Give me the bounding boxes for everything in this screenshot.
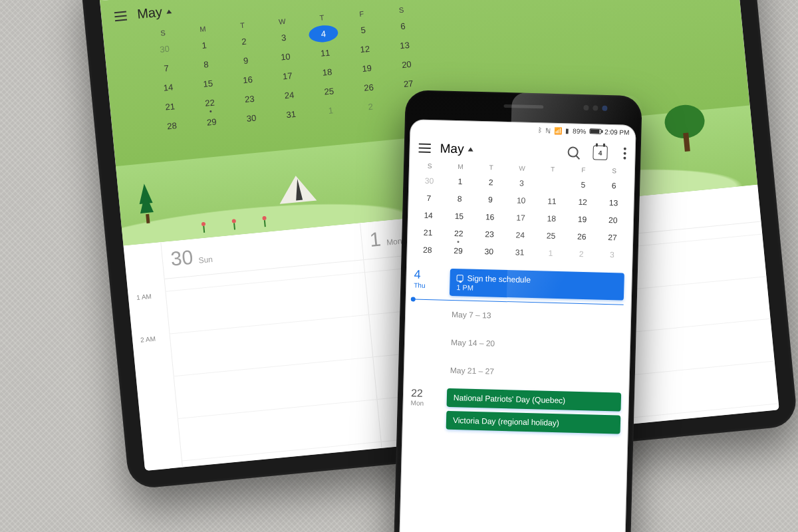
search-icon[interactable] bbox=[567, 146, 578, 157]
month-label: May bbox=[440, 141, 464, 156]
agenda-day-number: 1 bbox=[368, 228, 382, 251]
calendar-day[interactable]: 18 bbox=[536, 209, 567, 227]
agenda-day-label: Mon bbox=[386, 236, 403, 247]
calendar-day[interactable]: 30 bbox=[414, 172, 445, 190]
nfc-icon: ℕ bbox=[545, 126, 551, 134]
calendar-day[interactable]: 28 bbox=[412, 241, 443, 259]
calendar-day[interactable]: 1 bbox=[444, 173, 475, 191]
caret-up-icon bbox=[468, 147, 473, 151]
agenda-date: 22Mon bbox=[411, 387, 441, 407]
calendar-day[interactable]: 13 bbox=[598, 194, 629, 212]
caret-up-icon bbox=[166, 9, 172, 14]
calendar-day[interactable]: 2 bbox=[350, 95, 392, 118]
event-title: Victoria Day (regional holiday) bbox=[453, 416, 559, 428]
wifi-icon: 📶 bbox=[554, 126, 562, 134]
dow-label: S bbox=[598, 164, 630, 178]
battery-icon bbox=[589, 128, 601, 134]
menu-icon[interactable] bbox=[419, 144, 431, 153]
holiday-card[interactable]: Victoria Day (regional holiday) bbox=[446, 411, 621, 434]
phone-screen: ᛒ ℕ 📶 ▮ 89% 2:09 PM May 4 SMTWTFS3012345… bbox=[398, 119, 636, 532]
calendar-day[interactable]: 29 bbox=[191, 110, 233, 134]
time-label: 2 AM bbox=[132, 334, 174, 380]
calendar-day[interactable]: 21 bbox=[412, 223, 444, 241]
agenda-day-number: 30 bbox=[170, 246, 194, 271]
calendar-day[interactable]: 29 bbox=[443, 242, 474, 260]
event-title: Sign the schedule bbox=[467, 274, 531, 285]
calendar-day[interactable]: 4 bbox=[537, 175, 568, 193]
calendar-day[interactable]: 20 bbox=[597, 211, 628, 229]
month-picker[interactable]: May bbox=[136, 3, 172, 22]
calendar-day[interactable]: 15 bbox=[444, 207, 475, 225]
calendar-day[interactable]: 2 bbox=[475, 174, 507, 192]
event-title: National Patriots' Day (Quebec) bbox=[454, 393, 566, 405]
calendar-day[interactable]: 30 bbox=[231, 106, 273, 130]
dow-label: M bbox=[445, 160, 476, 174]
calendar-day[interactable]: 22 bbox=[443, 225, 474, 243]
calendar-day[interactable]: 16 bbox=[474, 208, 505, 226]
month-label: May bbox=[136, 4, 163, 22]
calendar-day[interactable]: 3 bbox=[506, 174, 537, 192]
phone-device: ᛒ ℕ 📶 ▮ 89% 2:09 PM May 4 SMTWTFS3012345… bbox=[393, 90, 642, 532]
agenda-date: 4Thu bbox=[414, 267, 444, 289]
phone-speaker bbox=[503, 104, 543, 109]
agenda-day-label: Sun bbox=[198, 255, 213, 265]
menu-icon[interactable] bbox=[114, 11, 127, 21]
calendar-day[interactable]: 17 bbox=[505, 209, 537, 227]
calendar-day[interactable]: 23 bbox=[474, 225, 505, 243]
phone-month-grid: SMTWTFS301234567891011121314151617181920… bbox=[406, 159, 635, 264]
dow-label: S bbox=[414, 159, 446, 172]
calendar-day[interactable]: 24 bbox=[505, 226, 536, 244]
event-card[interactable]: Sign the schedule1 PM bbox=[450, 269, 624, 301]
calendar-day[interactable]: 2 bbox=[566, 245, 597, 263]
dow-label: F bbox=[568, 163, 599, 176]
calendar-day[interactable]: 6 bbox=[598, 177, 630, 195]
calendar-day[interactable]: 12 bbox=[567, 193, 598, 211]
calendar-day[interactable]: 19 bbox=[567, 210, 598, 228]
calendar-day[interactable]: 10 bbox=[505, 192, 537, 209]
status-time: 2:09 PM bbox=[604, 128, 630, 136]
agenda-day-column[interactable]: 30Sun bbox=[160, 223, 381, 467]
dow-label: T bbox=[537, 162, 569, 176]
calendar-day[interactable]: 31 bbox=[271, 103, 313, 126]
reminder-icon bbox=[456, 275, 463, 281]
month-picker[interactable]: May bbox=[440, 141, 473, 156]
calendar-day[interactable]: 5 bbox=[567, 176, 598, 194]
empty-range[interactable]: May 7 – 13 bbox=[449, 305, 624, 329]
calendar-day[interactable]: 27 bbox=[597, 229, 628, 247]
signal-icon: ▮ bbox=[565, 127, 569, 134]
calendar-day[interactable]: 11 bbox=[536, 192, 567, 210]
time-label: 1 AM bbox=[128, 291, 170, 337]
holiday-card[interactable]: National Patriots' Day (Quebec) bbox=[447, 388, 622, 412]
calendar-day[interactable]: 8 bbox=[444, 190, 475, 208]
calendar-day[interactable]: 31 bbox=[504, 243, 535, 261]
calendar-day[interactable]: 28 bbox=[151, 114, 193, 138]
calendar-day[interactable]: 30 bbox=[473, 243, 505, 261]
today-button[interactable]: 4 bbox=[593, 145, 608, 160]
calendar-day[interactable]: 25 bbox=[535, 227, 567, 245]
bluetooth-icon: ᛒ bbox=[538, 126, 542, 134]
calendar-day[interactable]: 14 bbox=[413, 206, 444, 224]
empty-range[interactable]: May 14 – 20 bbox=[448, 332, 623, 357]
dow-label: T bbox=[475, 161, 507, 174]
calendar-day[interactable]: 1 bbox=[310, 99, 352, 122]
phone-sensors bbox=[583, 105, 589, 110]
battery-pct: 89% bbox=[573, 127, 586, 135]
overflow-menu-icon[interactable] bbox=[624, 152, 626, 155]
calendar-day[interactable]: 3 bbox=[597, 246, 628, 264]
phone-agenda[interactable]: 4ThuSign the schedule1 PMMay 7 – 13May 1… bbox=[398, 263, 632, 532]
empty-range[interactable]: May 21 – 27 bbox=[448, 360, 622, 385]
calendar-day[interactable]: 26 bbox=[566, 227, 597, 245]
calendar-day[interactable]: 1 bbox=[535, 244, 566, 262]
dow-label: W bbox=[507, 162, 538, 175]
calendar-day[interactable]: 7 bbox=[413, 189, 444, 207]
calendar-day[interactable]: 9 bbox=[475, 191, 506, 209]
